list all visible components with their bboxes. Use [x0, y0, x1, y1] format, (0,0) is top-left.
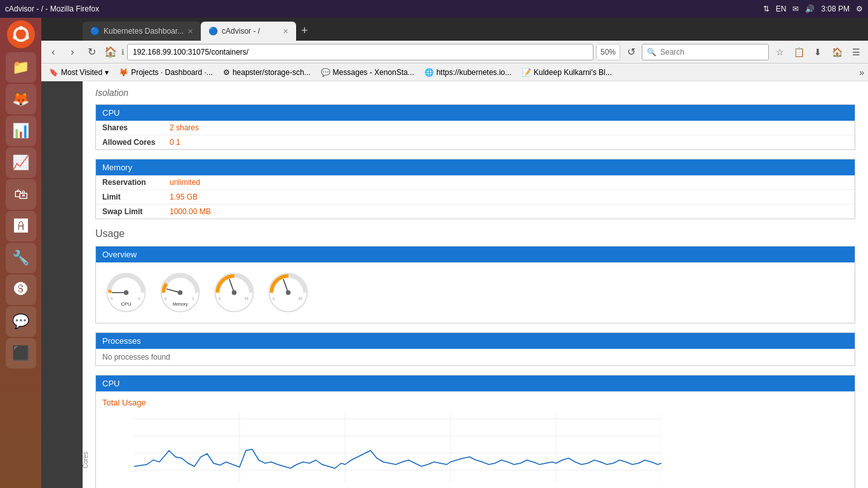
tab-kubernetes-close[interactable]: ✕ — [187, 27, 193, 36]
tab-kubernetes-label: Kubernetes Dashboar... — [104, 27, 184, 36]
bookmark-most-visited-arrow: ▾ — [105, 68, 109, 77]
bookmark-messages-label: Messages - XenonSta... — [333, 68, 414, 77]
new-tab-button[interactable]: + — [296, 24, 313, 37]
memory-panel: Memory Reservation unlimited Limit 1.95 … — [95, 159, 855, 219]
gauge-4: 0 43 — [264, 269, 312, 316]
memory-reservation-row: Reservation unlimited — [96, 175, 855, 190]
bookmark-kuldeep-label: Kuldeep Kulkarni's Bl... — [534, 68, 612, 77]
gauge-cpu: CPU 0 0 — [102, 269, 150, 316]
overview-panel: Overview CPU 0 0 — [95, 246, 855, 323]
memory-swap-row: Swap Limit 1000.00 MB — [96, 205, 855, 219]
nav-bar: ‹ › ↻ 🏠 ℹ 50% ↺ 🔍 ☆ 📋 ⬇ 🏠 ☰ — [41, 41, 868, 64]
bookmark-kuldeep-icon: 📝 — [522, 68, 531, 77]
svg-point-24 — [286, 290, 291, 295]
svg-point-2 — [19, 26, 23, 30]
bookmarks-more-button[interactable]: » — [859, 67, 864, 78]
svg-point-19 — [232, 290, 237, 295]
memory-reservation-value: unlimited — [170, 178, 200, 187]
search-input[interactable] — [642, 44, 769, 60]
bookmark-most-visited[interactable]: 🔖 Most Visited ▾ — [45, 67, 112, 78]
tab-kubernetes[interactable]: 🔵 Kubernetes Dashboar... ✕ — [83, 22, 201, 41]
taskbar-icon-1: ⇅ — [763, 4, 770, 13]
usage-title: Usage — [95, 228, 855, 240]
refresh-button[interactable]: ↻ — [83, 44, 100, 60]
svg-text:0: 0 — [273, 297, 275, 301]
svg-text:0: 0 — [219, 297, 220, 301]
sidebar-tools-icon[interactable]: 🔧 — [6, 243, 36, 273]
tab-cadvisor-favicon: 🔵 — [208, 27, 218, 36]
taskbar-mail-icon: ✉ — [792, 4, 799, 13]
ubuntu-icon[interactable] — [7, 20, 35, 48]
bookmark-most-visited-icon: 🔖 — [49, 68, 58, 77]
sidebar-amazon-icon[interactable]: 🅰 — [6, 211, 36, 241]
bookmark-messages[interactable]: 💬 Messages - XenonSta... — [317, 67, 418, 78]
sidebar-browser-icon[interactable]: 🦊 — [6, 84, 36, 114]
cpu-shares-label: Shares — [102, 123, 166, 132]
bookmark-heapster-label: heapster/storage-sch... — [233, 68, 311, 77]
svg-text:0: 0 — [138, 297, 140, 301]
processes-panel-header: Processes — [96, 333, 855, 349]
tab-cadvisor[interactable]: 🔵 cAdvisor - / ✕ — [201, 22, 296, 41]
home-button[interactable]: 🏠 — [102, 44, 119, 60]
tab-cadvisor-label: cAdvisor - / — [222, 27, 260, 36]
bookmark-star-button[interactable]: ☆ — [771, 44, 788, 60]
sidebar-store-icon[interactable]: 🛍 — [6, 179, 36, 210]
taskbar-time: 3:08 PM — [821, 4, 850, 13]
search-icon: 🔍 — [647, 48, 656, 57]
gauge-memory: Memory 0 1 — [156, 269, 204, 316]
bookmark-projects-label: Projects · Dashboard ·... — [131, 68, 213, 77]
svg-text:43: 43 — [244, 297, 248, 301]
menu-button[interactable]: ☰ — [848, 44, 864, 60]
chart-container: Cores 0.020 0.015 0.010 0.005 — [102, 412, 848, 488]
memory-swap-value: 1000.00 MB — [170, 207, 211, 216]
bookmark-kuldeep[interactable]: 📝 Kuldeep Kulkarni's Bl... — [518, 67, 616, 78]
bookmark-kubernetes-io-icon: 🌐 — [424, 68, 434, 77]
taskbar-power-icon: ⚙ — [856, 4, 863, 13]
bookmark-kubernetes-io-label: https://kubernetes.io... — [437, 68, 512, 77]
home-nav-button[interactable]: 🏠 — [829, 44, 845, 60]
taskbar-volume-icon: 🔊 — [805, 4, 815, 13]
bookmark-list-button[interactable]: 📋 — [790, 44, 807, 60]
cpu-cores-value: 0 1 — [170, 138, 180, 147]
svg-point-3 — [25, 36, 29, 39]
gauge-3: 0 43 — [210, 269, 258, 316]
svg-point-1 — [16, 29, 26, 39]
forward-button[interactable]: › — [64, 44, 81, 60]
sidebar-files-icon[interactable]: 📁 — [6, 52, 36, 83]
tab-cadvisor-close[interactable]: ✕ — [283, 27, 288, 36]
os-taskbar: cAdvisor - / - Mozilla Firefox ⇅ EN ✉ 🔊 … — [0, 0, 868, 18]
bookmark-projects[interactable]: 🦊 Projects · Dashboard ·... — [115, 67, 217, 78]
sidebar-skype-icon[interactable]: 💬 — [6, 306, 36, 337]
cpu-panel: CPU Shares 2 shares Allowed Cores 0 1 — [95, 104, 855, 150]
svg-text:Memory: Memory — [173, 302, 188, 307]
reload-button[interactable]: ↺ — [623, 44, 639, 60]
memory-limit-row: Limit 1.95 GB — [96, 190, 855, 205]
cpu-shares-value: 2 shares — [170, 123, 199, 132]
nav-icons: ☆ 📋 ⬇ 🏠 ☰ — [771, 44, 864, 60]
bookmark-kubernetes-io[interactable]: 🌐 https://kubernetes.io... — [421, 67, 515, 78]
sidebar-sheet-icon[interactable]: 📈 — [6, 147, 36, 178]
memory-reservation-label: Reservation — [102, 178, 166, 187]
bookmark-heapster-icon: ⚙ — [223, 68, 230, 77]
download-button[interactable]: ⬇ — [810, 44, 826, 60]
sidebar-calc-icon[interactable]: 📊 — [6, 116, 36, 146]
cpu-chart-header: CPU — [96, 376, 855, 391]
sidebar-terminal-icon[interactable]: ⬛ — [6, 338, 36, 369]
bookmarks-bar: 🔖 Most Visited ▾ 🦊 Projects · Dashboard … — [41, 64, 868, 81]
url-bar[interactable] — [127, 44, 593, 60]
sidebar-s-icon[interactable]: 🅢 — [6, 274, 36, 305]
tab-bar: 🔵 Kubernetes Dashboar... ✕ 🔵 cAdvisor - … — [41, 18, 868, 41]
gauges-container: CPU 0 0 Memory 0 1 — [96, 262, 855, 323]
cpu-chart-section: CPU Total Usage Cores 0.020 0.015 0.010 — [95, 375, 855, 488]
bookmark-projects-icon: 🦊 — [119, 68, 128, 77]
zoom-indicator: 50% — [596, 44, 620, 60]
svg-point-4 — [13, 36, 17, 39]
bookmark-heapster[interactable]: ⚙ heapster/storage-sch... — [219, 67, 315, 78]
chart-area: Total Usage Cores 0.020 0.015 0.010 0.00… — [96, 391, 855, 488]
memory-limit-label: Limit — [102, 193, 166, 201]
cpu-chart-svg: 0.020 0.015 0.010 0.005 3:07:45 PM — [134, 412, 661, 488]
cpu-panel-header: CPU — [96, 105, 855, 121]
bookmark-messages-icon: 💬 — [321, 68, 330, 77]
processes-message: No processes found — [96, 349, 855, 365]
back-button[interactable]: ‹ — [45, 44, 62, 60]
